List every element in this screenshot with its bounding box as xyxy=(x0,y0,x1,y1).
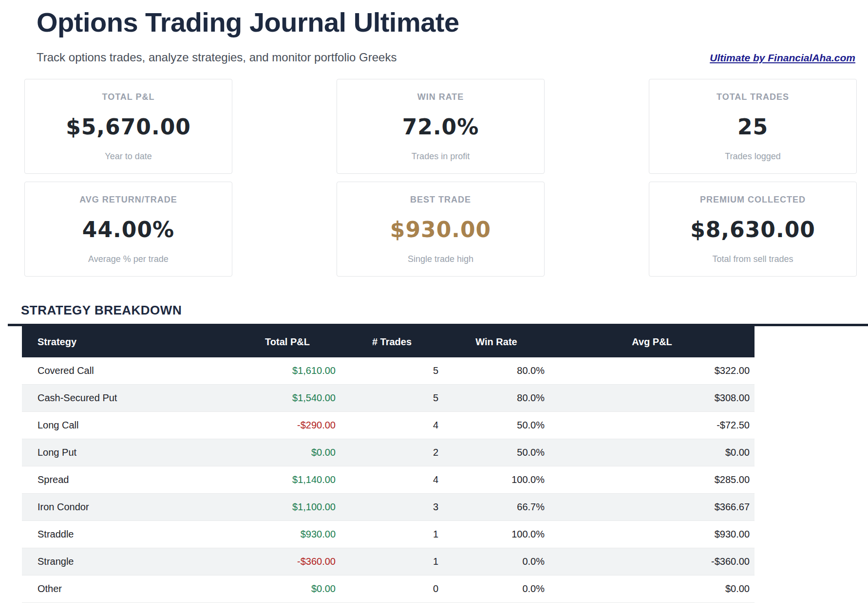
cell-trades: 4 xyxy=(340,420,443,431)
cell-total-pnl: $0.00 xyxy=(234,447,340,458)
stats-grid: TOTAL P&L $5,670.00 Year to date WIN RAT… xyxy=(24,79,857,277)
cell-strategy: Long Put xyxy=(22,447,234,458)
cell-trades: 2 xyxy=(340,447,443,458)
header-cell-avg-pnl: Avg P&L xyxy=(549,336,755,348)
table-row: Covered Call $1,610.00 5 80.0% $322.00 xyxy=(22,357,755,385)
table-row: Long Put $0.00 2 50.0% $0.00 xyxy=(22,439,755,466)
cell-avg-pnl: $308.00 xyxy=(549,392,755,404)
page-subtitle: Track options trades, analyze strategies… xyxy=(37,51,396,64)
cell-strategy: Other xyxy=(22,583,234,594)
page-title: Options Trading Journal Ultimate xyxy=(37,7,855,38)
cell-total-pnl: $1,540.00 xyxy=(234,392,340,404)
cell-total-pnl: $1,140.00 xyxy=(234,474,340,485)
cell-trades: 1 xyxy=(340,556,443,567)
table-row: Iron Condor $1,100.00 3 66.7% $366.67 xyxy=(22,494,755,521)
stat-caption: Year to date xyxy=(105,151,151,162)
table-row: Long Call -$290.00 4 50.0% -$72.50 xyxy=(22,412,755,439)
cell-trades: 5 xyxy=(340,365,443,376)
header-cell-trades: # Trades xyxy=(340,336,443,348)
subtitle-row: Track options trades, analyze strategies… xyxy=(37,51,855,64)
stat-card-best-trade: BEST TRADE $930.00 Single trade high xyxy=(337,182,545,277)
cell-trades: 5 xyxy=(340,392,443,404)
cell-total-pnl: $1,100.00 xyxy=(234,501,340,513)
stat-value: $930.00 xyxy=(390,217,491,242)
cell-avg-pnl: $285.00 xyxy=(549,474,755,485)
cell-trades: 0 xyxy=(340,583,443,594)
cell-trades: 4 xyxy=(340,474,443,485)
stat-caption: Average % per trade xyxy=(88,254,169,264)
table-row: Spread $1,140.00 4 100.0% $285.00 xyxy=(22,466,755,494)
cell-win-rate: 100.0% xyxy=(443,474,549,485)
stat-value: 72.0% xyxy=(402,114,479,139)
strategy-table: Strategy Total P&L # Trades Win Rate Avg… xyxy=(22,326,755,603)
cell-win-rate: 80.0% xyxy=(443,392,549,404)
table-body: Covered Call $1,610.00 5 80.0% $322.00 C… xyxy=(22,357,755,603)
cell-win-rate: 80.0% xyxy=(443,365,549,376)
table-header-row: Strategy Total P&L # Trades Win Rate Avg… xyxy=(22,326,755,357)
cell-trades: 3 xyxy=(340,501,443,513)
header-cell-strategy: Strategy xyxy=(22,336,234,348)
cell-total-pnl: -$290.00 xyxy=(234,420,340,431)
stat-label: TOTAL TRADES xyxy=(717,92,789,102)
cell-win-rate: 50.0% xyxy=(443,447,549,458)
cell-avg-pnl: $0.00 xyxy=(549,583,755,594)
stat-caption: Single trade high xyxy=(408,254,473,264)
stat-caption: Total from sell trades xyxy=(712,254,793,264)
cell-avg-pnl: $930.00 xyxy=(549,529,755,540)
stat-card-total-trades: TOTAL TRADES 25 Trades logged xyxy=(649,79,857,174)
stat-card-win-rate: WIN RATE 72.0% Trades in profit xyxy=(337,79,545,174)
cell-trades: 1 xyxy=(340,529,443,540)
table-row: Other $0.00 0 0.0% $0.00 xyxy=(22,575,755,603)
cell-avg-pnl: $0.00 xyxy=(549,447,755,458)
stat-label: AVG RETURN/TRADE xyxy=(79,195,177,205)
table-row: Straddle $930.00 1 100.0% $930.00 xyxy=(22,521,755,548)
table-row: Cash-Secured Put $1,540.00 5 80.0% $308.… xyxy=(22,385,755,412)
stat-card-avg-return-trade: AVG RETURN/TRADE 44.00% Average % per tr… xyxy=(24,182,232,277)
stat-label: WIN RATE xyxy=(417,92,464,102)
stat-value: 25 xyxy=(737,114,768,139)
cell-strategy: Strangle xyxy=(22,556,234,567)
cell-total-pnl: -$360.00 xyxy=(234,556,340,567)
page-header: Options Trading Journal Ultimate Track o… xyxy=(37,7,855,64)
cell-total-pnl: $930.00 xyxy=(234,529,340,540)
stat-value: $5,670.00 xyxy=(66,114,191,139)
cell-strategy: Long Call xyxy=(22,420,234,431)
stat-card-total-pl: TOTAL P&L $5,670.00 Year to date xyxy=(24,79,232,174)
table-row: Strangle -$360.00 1 0.0% -$360.00 xyxy=(22,548,755,575)
stat-value: 44.00% xyxy=(82,217,174,242)
stat-caption: Trades logged xyxy=(725,151,780,162)
brand-link[interactable]: Ultimate by FinancialAha.com xyxy=(710,52,855,64)
stat-value: $8,630.00 xyxy=(690,217,815,242)
cell-strategy: Iron Condor xyxy=(22,501,234,513)
header-cell-win-rate: Win Rate xyxy=(443,336,549,348)
cell-win-rate: 50.0% xyxy=(443,420,549,431)
cell-avg-pnl: -$72.50 xyxy=(549,420,755,431)
cell-strategy: Covered Call xyxy=(22,365,234,376)
stat-label: PREMIUM COLLECTED xyxy=(700,195,806,205)
cell-avg-pnl: $322.00 xyxy=(549,365,755,376)
cell-total-pnl: $1,610.00 xyxy=(234,365,340,376)
cell-strategy: Spread xyxy=(22,474,234,485)
stat-caption: Trades in profit xyxy=(412,151,470,162)
cell-win-rate: 0.0% xyxy=(443,583,549,594)
cell-total-pnl: $0.00 xyxy=(234,583,340,594)
cell-strategy: Straddle xyxy=(22,529,234,540)
header-cell-total-pnl: Total P&L xyxy=(234,336,340,348)
stat-label: TOTAL P&L xyxy=(102,92,155,102)
stat-label: BEST TRADE xyxy=(410,195,471,205)
cell-win-rate: 66.7% xyxy=(443,501,549,513)
cell-avg-pnl: $366.67 xyxy=(549,501,755,513)
cell-win-rate: 0.0% xyxy=(443,556,549,567)
cell-strategy: Cash-Secured Put xyxy=(22,392,234,404)
section-title: STRATEGY BREAKDOWN xyxy=(21,303,868,318)
stat-card-premium-collected: PREMIUM COLLECTED $8,630.00 Total from s… xyxy=(649,182,857,277)
cell-avg-pnl: -$360.00 xyxy=(549,556,755,567)
cell-win-rate: 100.0% xyxy=(443,529,549,540)
